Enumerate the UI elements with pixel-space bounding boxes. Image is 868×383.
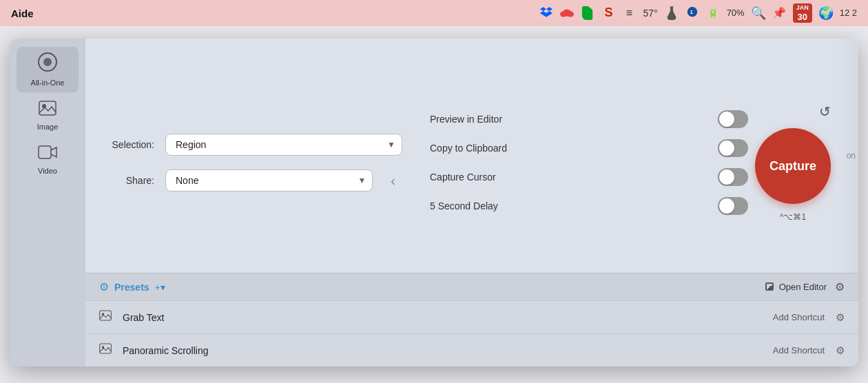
creative-cloud-icon[interactable] — [560, 6, 574, 20]
open-editor-label: Open Editor — [779, 282, 827, 292]
bottom-toolbar: ⚙ Presets +▾ Open Editor ⚙ — [85, 273, 858, 300]
network-icon[interactable]: ≡ — [622, 6, 636, 20]
time-display: 12 2 — [840, 8, 857, 18]
presets-label: Presets — [114, 282, 149, 293]
magnifier-icon[interactable]: 🔍 — [752, 6, 765, 20]
preset-list: Grab Text Add Shortcut ⚙ Panoramic Scrol… — [85, 300, 858, 366]
grab-text-shortcut-button[interactable]: Add Shortcut — [773, 312, 825, 322]
add-preset-button[interactable]: +▾ — [155, 282, 165, 293]
grab-text-icon — [99, 309, 112, 325]
globe-icon[interactable]: 🌍 — [819, 6, 833, 20]
svg-point-2 — [563, 9, 572, 16]
sketchbook-icon[interactable]: S — [601, 6, 615, 20]
svg-text:1: 1 — [690, 9, 693, 15]
panoramic-scrolling-icon — [99, 342, 112, 358]
share-select-wrapper: None Email Messages ▼ — [165, 169, 373, 192]
panoramic-scrolling-shortcut-button[interactable]: Add Shortcut — [773, 345, 825, 355]
sidebar-item-all-in-one[interactable]: All-in-One — [17, 47, 79, 92]
menu-bar: Aide S ≡ 57° 1 🔋 70% 🔍 📌 — [0, 0, 868, 26]
preset-item-grab-text[interactable]: Grab Text Add Shortcut ⚙ — [85, 300, 858, 333]
presets-gear-icon[interactable]: ⚙ — [99, 280, 109, 293]
selection-label: Selection: — [99, 139, 154, 150]
left-panel: Selection: Region Window Full Screen ▼ S… — [99, 134, 416, 192]
selection-select[interactable]: Region Window Full Screen — [165, 134, 402, 156]
toggle-row-clipboard: Copy to Clipboard — [430, 139, 748, 157]
preset-item-panoramic-scrolling[interactable]: Panoramic Scrolling Add Shortcut ⚙ — [85, 333, 858, 366]
selection-row: Selection: Region Window Full Screen ▼ — [99, 134, 402, 156]
right-panel: Preview in Editor Copy to Clipboard Capt… — [416, 110, 748, 215]
dropbox-icon[interactable] — [539, 6, 553, 20]
5-second-delay-toggle[interactable] — [718, 197, 748, 215]
svg-point-7 — [43, 58, 52, 66]
grab-text-settings-button[interactable]: ⚙ — [836, 311, 845, 324]
capture-cursor-label: Capture Cursor — [430, 172, 496, 183]
collapse-arrow[interactable]: ‹ — [384, 173, 402, 189]
open-editor-button[interactable]: Open Editor — [765, 282, 827, 292]
capture-shortcut: ^⌥⌘1 — [780, 212, 806, 222]
video-icon — [38, 145, 57, 164]
evernote-icon[interactable] — [581, 6, 595, 20]
toggle-row-cursor: Capture Cursor — [430, 168, 748, 186]
preview-in-editor-toggle[interactable] — [718, 110, 748, 128]
battery-icon: 🔋 — [706, 6, 720, 20]
toggle-row-preview: Preview in Editor — [430, 110, 748, 128]
capture-button[interactable]: Capture — [755, 128, 831, 204]
image-icon — [39, 101, 56, 120]
toolbar-settings-button[interactable]: ⚙ — [835, 280, 845, 293]
svg-rect-10 — [39, 146, 51, 158]
date-display: JAN 30 — [793, 3, 812, 23]
presets-section: ⚙ Presets +▾ — [99, 280, 165, 293]
sidebar-item-image[interactable]: Image — [17, 95, 79, 136]
all-in-one-label: All-in-One — [31, 79, 65, 87]
share-label: Share: — [99, 175, 154, 186]
toggle-row-delay: 5 Second Delay — [430, 197, 748, 215]
reset-button[interactable]: ↺ — [819, 103, 831, 120]
sidebar: All-in-One Image Video — [10, 39, 85, 366]
sidebar-item-video[interactable]: Video — [17, 139, 79, 180]
copy-to-clipboard-label: Copy to Clipboard — [430, 143, 507, 154]
selection-select-wrapper: Region Window Full Screen ▼ — [165, 134, 402, 156]
panoramic-scrolling-settings-button[interactable]: ⚙ — [836, 344, 845, 357]
svg-rect-3 — [670, 6, 674, 7]
all-in-one-icon — [38, 52, 57, 76]
grab-text-name: Grab Text — [123, 312, 762, 323]
pin-icon[interactable]: 📌 — [772, 6, 786, 20]
image-label: Image — [37, 123, 59, 131]
temperature: 57° — [643, 8, 657, 19]
capture-area: ↺ Capture ^⌥⌘1 — [748, 103, 845, 222]
main-popup: All-in-One Image Video Selection: — [10, 39, 858, 366]
video-label: Video — [38, 167, 57, 175]
share-select[interactable]: None Email Messages — [165, 169, 373, 192]
menu-bar-icons: S ≡ 57° 1 🔋 70% 🔍 📌 JAN 30 🌍 12 2 — [539, 3, 857, 23]
copy-to-clipboard-toggle[interactable] — [718, 139, 748, 157]
flask-icon[interactable] — [665, 6, 679, 20]
app-title: Aide — [11, 8, 34, 19]
controls-row: Selection: Region Window Full Screen ▼ S… — [99, 52, 845, 273]
battery-percent: 70% — [727, 8, 745, 18]
preview-in-editor-label: Preview in Editor — [430, 114, 502, 125]
main-content: Selection: Region Window Full Screen ▼ S… — [85, 39, 858, 273]
share-row: Share: None Email Messages ▼ ‹ — [99, 169, 402, 192]
capture-cursor-toggle[interactable] — [718, 168, 748, 186]
panoramic-scrolling-name: Panoramic Scrolling — [123, 345, 762, 356]
5-second-delay-label: 5 Second Delay — [430, 200, 498, 211]
onepassword-icon[interactable]: 1 — [685, 6, 699, 20]
